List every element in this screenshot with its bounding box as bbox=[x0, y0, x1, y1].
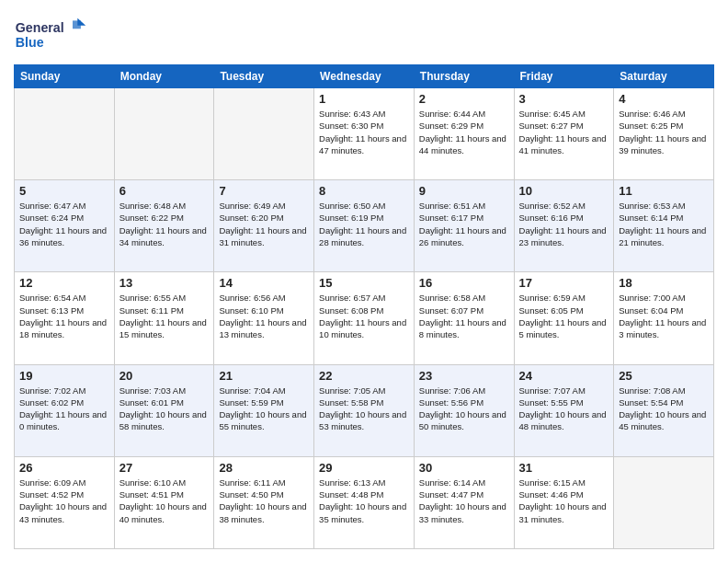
cell-day-number: 9 bbox=[419, 184, 509, 198]
calendar-week-row: 12Sunrise: 6:54 AMSunset: 6:13 PMDayligh… bbox=[15, 272, 714, 364]
header-thursday: Thursday bbox=[414, 65, 514, 88]
cell-day-number: 31 bbox=[519, 461, 609, 475]
cell-day-number: 5 bbox=[19, 184, 109, 198]
header: General Blue bbox=[14, 14, 714, 55]
header-saturday: Saturday bbox=[614, 65, 714, 88]
calendar-cell: 18Sunrise: 7:00 AMSunset: 6:04 PMDayligh… bbox=[614, 272, 714, 364]
calendar-cell: 8Sunrise: 6:50 AMSunset: 6:19 PMDaylight… bbox=[314, 180, 415, 272]
logo: General Blue bbox=[14, 14, 87, 55]
cell-day-number: 8 bbox=[319, 184, 409, 198]
cell-day-number: 10 bbox=[519, 184, 609, 198]
calendar-cell bbox=[114, 88, 214, 180]
cell-info: Sunrise: 6:56 AMSunset: 6:10 PMDaylight:… bbox=[219, 292, 309, 340]
header-friday: Friday bbox=[514, 65, 614, 88]
cell-day-number: 20 bbox=[119, 369, 210, 383]
calendar-cell: 4Sunrise: 6:46 AMSunset: 6:25 PMDaylight… bbox=[614, 88, 714, 180]
cell-info: Sunrise: 7:00 AMSunset: 6:04 PMDaylight:… bbox=[619, 292, 709, 340]
cell-day-number: 3 bbox=[519, 92, 609, 106]
cell-day-number: 16 bbox=[419, 276, 509, 290]
calendar-cell: 10Sunrise: 6:52 AMSunset: 6:16 PMDayligh… bbox=[514, 180, 614, 272]
cell-day-number: 28 bbox=[219, 461, 309, 475]
cell-day-number: 23 bbox=[419, 369, 509, 383]
cell-day-number: 17 bbox=[519, 276, 609, 290]
cell-info: Sunrise: 6:43 AMSunset: 6:30 PMDaylight:… bbox=[319, 108, 409, 156]
cell-day-number: 7 bbox=[219, 184, 309, 198]
calendar-cell: 11Sunrise: 6:53 AMSunset: 6:14 PMDayligh… bbox=[614, 180, 714, 272]
calendar-cell bbox=[614, 456, 714, 548]
calendar-cell bbox=[15, 88, 115, 180]
calendar-cell: 5Sunrise: 6:47 AMSunset: 6:24 PMDaylight… bbox=[15, 180, 115, 272]
cell-day-number: 27 bbox=[119, 461, 210, 475]
svg-marker-2 bbox=[77, 18, 85, 26]
calendar-cell: 3Sunrise: 6:45 AMSunset: 6:27 PMDaylight… bbox=[514, 88, 614, 180]
calendar-cell bbox=[214, 88, 314, 180]
cell-day-number: 26 bbox=[19, 461, 109, 475]
calendar-cell: 15Sunrise: 6:57 AMSunset: 6:08 PMDayligh… bbox=[314, 272, 415, 364]
cell-day-number: 19 bbox=[19, 369, 109, 383]
calendar-cell: 19Sunrise: 7:02 AMSunset: 6:02 PMDayligh… bbox=[15, 364, 115, 456]
calendar-cell: 9Sunrise: 6:51 AMSunset: 6:17 PMDaylight… bbox=[414, 180, 514, 272]
cell-info: Sunrise: 6:57 AMSunset: 6:08 PMDaylight:… bbox=[319, 292, 409, 340]
calendar-week-row: 26Sunrise: 6:09 AMSunset: 4:52 PMDayligh… bbox=[15, 456, 714, 548]
cell-info: Sunrise: 6:14 AMSunset: 4:47 PMDaylight:… bbox=[419, 477, 509, 525]
cell-info: Sunrise: 6:53 AMSunset: 6:14 PMDaylight:… bbox=[619, 200, 709, 248]
header-tuesday: Tuesday bbox=[214, 65, 314, 88]
calendar-table: Sunday Monday Tuesday Wednesday Thursday… bbox=[14, 64, 714, 549]
calendar-week-row: 5Sunrise: 6:47 AMSunset: 6:24 PMDaylight… bbox=[15, 180, 714, 272]
cell-info: Sunrise: 7:04 AMSunset: 5:59 PMDaylight:… bbox=[219, 385, 309, 433]
calendar-cell: 23Sunrise: 7:06 AMSunset: 5:56 PMDayligh… bbox=[414, 364, 514, 456]
cell-info: Sunrise: 6:54 AMSunset: 6:13 PMDaylight:… bbox=[19, 292, 109, 340]
calendar-cell: 28Sunrise: 6:11 AMSunset: 4:50 PMDayligh… bbox=[214, 456, 314, 548]
cell-info: Sunrise: 7:05 AMSunset: 5:58 PMDaylight:… bbox=[319, 385, 409, 433]
calendar-cell: 29Sunrise: 6:13 AMSunset: 4:48 PMDayligh… bbox=[314, 456, 415, 548]
cell-info: Sunrise: 6:13 AMSunset: 4:48 PMDaylight:… bbox=[319, 477, 409, 525]
svg-text:Blue: Blue bbox=[16, 35, 44, 50]
cell-info: Sunrise: 6:49 AMSunset: 6:20 PMDaylight:… bbox=[219, 200, 309, 248]
calendar-cell: 17Sunrise: 6:59 AMSunset: 6:05 PMDayligh… bbox=[514, 272, 614, 364]
weekday-header-row: Sunday Monday Tuesday Wednesday Thursday… bbox=[15, 65, 714, 88]
header-monday: Monday bbox=[114, 65, 214, 88]
cell-info: Sunrise: 6:44 AMSunset: 6:29 PMDaylight:… bbox=[419, 108, 509, 156]
cell-day-number: 21 bbox=[219, 369, 309, 383]
svg-text:General: General bbox=[16, 20, 64, 35]
calendar-cell: 14Sunrise: 6:56 AMSunset: 6:10 PMDayligh… bbox=[214, 272, 314, 364]
cell-info: Sunrise: 6:58 AMSunset: 6:07 PMDaylight:… bbox=[419, 292, 509, 340]
cell-info: Sunrise: 6:47 AMSunset: 6:24 PMDaylight:… bbox=[19, 200, 109, 248]
cell-day-number: 6 bbox=[119, 184, 210, 198]
cell-day-number: 14 bbox=[219, 276, 309, 290]
cell-info: Sunrise: 6:55 AMSunset: 6:11 PMDaylight:… bbox=[119, 292, 210, 340]
cell-info: Sunrise: 6:50 AMSunset: 6:19 PMDaylight:… bbox=[319, 200, 409, 248]
cell-day-number: 2 bbox=[419, 92, 509, 106]
header-sunday: Sunday bbox=[15, 65, 115, 88]
calendar-cell: 27Sunrise: 6:10 AMSunset: 4:51 PMDayligh… bbox=[114, 456, 214, 548]
cell-info: Sunrise: 6:46 AMSunset: 6:25 PMDaylight:… bbox=[619, 108, 709, 156]
cell-day-number: 30 bbox=[419, 461, 509, 475]
calendar-cell: 21Sunrise: 7:04 AMSunset: 5:59 PMDayligh… bbox=[214, 364, 314, 456]
cell-day-number: 29 bbox=[319, 461, 409, 475]
calendar-cell: 6Sunrise: 6:48 AMSunset: 6:22 PMDaylight… bbox=[114, 180, 214, 272]
calendar-cell: 31Sunrise: 6:15 AMSunset: 4:46 PMDayligh… bbox=[514, 456, 614, 548]
cell-info: Sunrise: 6:10 AMSunset: 4:51 PMDaylight:… bbox=[119, 477, 210, 525]
cell-day-number: 13 bbox=[119, 276, 210, 290]
calendar-cell: 30Sunrise: 6:14 AMSunset: 4:47 PMDayligh… bbox=[414, 456, 514, 548]
cell-info: Sunrise: 6:11 AMSunset: 4:50 PMDaylight:… bbox=[219, 477, 309, 525]
calendar-cell: 22Sunrise: 7:05 AMSunset: 5:58 PMDayligh… bbox=[314, 364, 415, 456]
cell-info: Sunrise: 7:03 AMSunset: 6:01 PMDaylight:… bbox=[119, 385, 210, 433]
calendar-cell: 24Sunrise: 7:07 AMSunset: 5:55 PMDayligh… bbox=[514, 364, 614, 456]
cell-day-number: 22 bbox=[319, 369, 409, 383]
calendar-cell: 26Sunrise: 6:09 AMSunset: 4:52 PMDayligh… bbox=[15, 456, 115, 548]
cell-day-number: 12 bbox=[19, 276, 109, 290]
cell-day-number: 15 bbox=[319, 276, 409, 290]
cell-info: Sunrise: 6:48 AMSunset: 6:22 PMDaylight:… bbox=[119, 200, 210, 248]
cell-info: Sunrise: 6:45 AMSunset: 6:27 PMDaylight:… bbox=[519, 108, 609, 156]
cell-info: Sunrise: 7:02 AMSunset: 6:02 PMDaylight:… bbox=[19, 385, 109, 433]
calendar-week-row: 1Sunrise: 6:43 AMSunset: 6:30 PMDaylight… bbox=[15, 88, 714, 180]
cell-day-number: 18 bbox=[619, 276, 709, 290]
cell-info: Sunrise: 7:08 AMSunset: 5:54 PMDaylight:… bbox=[619, 385, 709, 433]
calendar-cell: 20Sunrise: 7:03 AMSunset: 6:01 PMDayligh… bbox=[114, 364, 214, 456]
cell-info: Sunrise: 7:07 AMSunset: 5:55 PMDaylight:… bbox=[519, 385, 609, 433]
cell-info: Sunrise: 6:09 AMSunset: 4:52 PMDaylight:… bbox=[19, 477, 109, 525]
cell-info: Sunrise: 7:06 AMSunset: 5:56 PMDaylight:… bbox=[419, 385, 509, 433]
calendar-cell: 12Sunrise: 6:54 AMSunset: 6:13 PMDayligh… bbox=[15, 272, 115, 364]
cell-day-number: 11 bbox=[619, 184, 709, 198]
